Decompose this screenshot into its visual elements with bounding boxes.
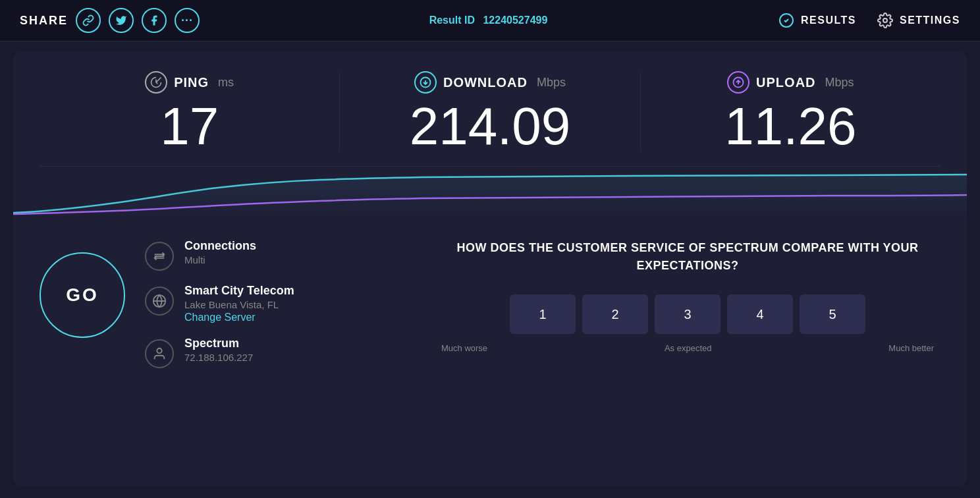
upload-label: UPLOAD	[756, 75, 815, 90]
twitter-share-icon[interactable]	[109, 8, 134, 33]
share-section: SHARE ···	[20, 8, 200, 33]
left-panel: GO Connections	[40, 233, 408, 368]
rating-mid-label: As expected	[665, 343, 712, 353]
server-item: Smart City Telecom Lake Buena Vista, FL …	[145, 284, 408, 323]
server-location: Lake Buena Vista, FL	[184, 299, 294, 310]
ping-icon	[145, 71, 167, 94]
server-icon	[145, 287, 174, 316]
go-button[interactable]: GO	[40, 252, 125, 338]
survey-question: HOW DOES THE CUSTOMER SERVICE OF SPECTRU…	[435, 239, 940, 275]
more-share-icon[interactable]: ···	[175, 8, 200, 33]
settings-label: SETTINGS	[900, 14, 960, 26]
results-label: RESULTS	[801, 14, 856, 26]
server-name: Smart City Telecom	[184, 284, 294, 298]
go-button-wrapper: GO	[40, 252, 125, 338]
connections-title: Connections	[184, 239, 256, 253]
metrics-row: PING ms 17 DOWNLOAD Mbps 214.09	[40, 65, 940, 167]
ping-header: PING ms	[40, 71, 339, 94]
settings-nav[interactable]: SETTINGS	[876, 11, 960, 30]
rating-labels: Much worse As expected Much better	[435, 343, 940, 353]
ping-unit: ms	[218, 76, 234, 90]
rating-5-button[interactable]: 5	[800, 294, 865, 334]
svg-point-1	[883, 18, 887, 22]
download-icon	[414, 71, 437, 94]
ping-label: PING	[174, 75, 209, 90]
rating-4-button[interactable]: 4	[727, 294, 793, 334]
info-list: Connections Multi Smart City Tele	[145, 233, 408, 368]
link-share-icon[interactable]	[76, 8, 101, 33]
rating-1-button[interactable]: 1	[510, 294, 576, 334]
connections-content: Connections Multi	[184, 239, 256, 265]
bottom-section: GO Connections	[40, 233, 940, 368]
results-nav[interactable]: RESULTS	[777, 11, 856, 30]
download-value: 214.09	[340, 100, 640, 153]
isp-item: Spectrum 72.188.106.227	[145, 337, 408, 368]
isp-content: Spectrum 72.188.106.227	[184, 337, 253, 363]
svg-point-11	[157, 348, 161, 353]
upload-metric: UPLOAD Mbps 11.26	[641, 71, 940, 153]
rating-low-label: Much worse	[441, 343, 487, 353]
isp-name: Spectrum	[184, 337, 253, 350]
result-id-label: Result ID	[429, 14, 475, 26]
isp-icon	[145, 339, 174, 368]
upload-value: 11.26	[641, 100, 940, 153]
download-header: DOWNLOAD Mbps	[340, 71, 640, 94]
connections-icon	[145, 242, 174, 271]
speed-graph	[13, 167, 967, 219]
download-label: DOWNLOAD	[443, 75, 528, 90]
facebook-share-icon[interactable]	[142, 8, 167, 33]
isp-ip: 72.188.106.227	[184, 352, 253, 363]
results-icon	[777, 11, 796, 30]
settings-icon	[876, 11, 894, 30]
change-server-link[interactable]: Change Server	[184, 312, 294, 323]
upload-icon	[727, 71, 749, 94]
server-content: Smart City Telecom Lake Buena Vista, FL …	[184, 284, 294, 323]
connections-item: Connections Multi	[145, 239, 408, 271]
connections-value: Multi	[184, 254, 256, 265]
result-id-value[interactable]: 12240527499	[483, 14, 547, 26]
ping-metric: PING ms 17	[40, 71, 339, 153]
upload-unit: Mbps	[825, 76, 854, 90]
upload-header: UPLOAD Mbps	[641, 71, 940, 94]
rating-2-button[interactable]: 2	[582, 294, 648, 334]
main-card: PING ms 17 DOWNLOAD Mbps 214.09	[13, 51, 967, 486]
ping-value: 17	[40, 100, 339, 153]
download-unit: Mbps	[537, 76, 566, 90]
nav-section: RESULTS SETTINGS	[777, 11, 960, 30]
result-id-section: Result ID 12240527499	[429, 14, 548, 26]
rating-high-label: Much better	[888, 343, 934, 353]
share-label: SHARE	[20, 14, 68, 28]
survey-panel: HOW DOES THE CUSTOMER SERVICE OF SPECTRU…	[435, 233, 940, 368]
rating-3-button[interactable]: 3	[655, 294, 721, 334]
rating-row: 1 2 3 4 5	[435, 294, 940, 334]
topbar: SHARE ··· Result ID 12240527499	[0, 0, 980, 42]
download-metric: DOWNLOAD Mbps 214.09	[340, 71, 640, 153]
